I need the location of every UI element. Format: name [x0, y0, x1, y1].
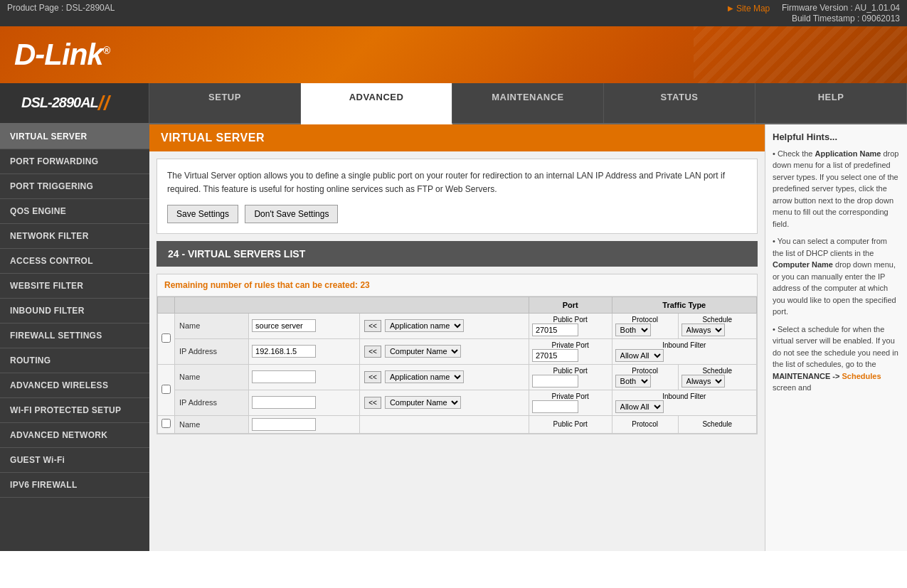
page-description-area: The Virtual Server option allows you to …: [157, 159, 758, 234]
sidebar-item-website-filter[interactable]: WEBSITE FILTER: [0, 274, 149, 299]
row2-computer-arrow-button[interactable]: <<: [364, 397, 381, 409]
tab-advanced[interactable]: ADVANCED: [301, 83, 452, 124]
row3-schedule-cell-stub: Schedule: [678, 415, 756, 433]
row1-computer-name-cell: << Computer Name: [360, 338, 529, 364]
row2-private-port-input[interactable]: [532, 400, 578, 413]
sidebar-item-routing[interactable]: ROUTING: [0, 348, 149, 373]
row1-name-label: Name: [175, 313, 249, 338]
row2-schedule-label: Schedule: [681, 367, 753, 375]
table-row: IP Address << Computer Name Private Port: [158, 390, 757, 415]
row3-name-label: Name: [175, 415, 249, 433]
row1-schedule-select[interactable]: Always: [681, 324, 725, 336]
dont-save-settings-button[interactable]: Don't Save Settings: [245, 205, 338, 223]
row2-ip-input[interactable]: [252, 396, 316, 409]
sidebar-item-network-filter[interactable]: NETWORK FILTER: [0, 224, 149, 249]
sidebar-item-port-forwarding[interactable]: PORT FORWARDING: [0, 149, 149, 174]
table-row: Name Public Port Protocol Schedule: [158, 415, 757, 433]
sidebar-item-access-control[interactable]: ACCESS CONTROL: [0, 249, 149, 274]
row3-public-port-cell: Public Port: [529, 415, 612, 433]
row2-public-port-cell: Public Port: [529, 364, 612, 390]
tab-setup[interactable]: SETUP: [149, 83, 301, 123]
row2-ip-input-cell: [249, 390, 360, 415]
row3-arrow-cell: [360, 415, 529, 433]
row2-checkbox[interactable]: [161, 385, 171, 394]
sidebar-item-qos-engine[interactable]: QOS ENGINE: [0, 199, 149, 224]
col-checkbox: [158, 296, 175, 313]
row2-arrow-button[interactable]: <<: [364, 371, 381, 383]
row1-private-port-input[interactable]: [532, 349, 578, 362]
tab-maintenance[interactable]: MAINTENANCE: [452, 83, 604, 123]
firmware-version: Firmware Version : AU_1.01.04: [782, 3, 900, 13]
table-row: Name << Application name Public Port: [158, 313, 757, 338]
nav-tabs: DSL-2890AL // SETUP ADVANCED MAINTENANCE…: [0, 83, 907, 124]
row2-arrow-btn-cell: << Application name: [360, 364, 529, 390]
tab-status[interactable]: STATUS: [604, 83, 755, 123]
row1-checkbox[interactable]: [161, 333, 171, 343]
build-timestamp: Build Timestamp : 09062013: [792, 14, 900, 23]
row2-protocol-select[interactable]: Both TCP UDP: [615, 375, 651, 387]
row3-public-port-label: Public Port: [532, 420, 609, 428]
row2-inbound-filter-select[interactable]: Allow All: [615, 400, 664, 413]
col-name-header: [175, 296, 529, 313]
row1-schedule-cell: Schedule Always: [678, 313, 756, 338]
row1-name-input-cell: [249, 313, 360, 338]
sidebar: VIRTUAL SERVER PORT FORWARDING PORT TRIG…: [0, 124, 149, 551]
help-hint-1: • Check the Application Name drop down m…: [773, 148, 900, 230]
row1-computer-arrow-button[interactable]: <<: [364, 346, 381, 358]
row1-protocol-label: Protocol: [615, 316, 675, 324]
row2-public-port-input[interactable]: [532, 375, 578, 387]
save-settings-button[interactable]: Save Settings: [167, 205, 238, 223]
row1-inbound-filter-select[interactable]: Allow All: [615, 349, 664, 362]
sidebar-item-wifi-protected-setup[interactable]: WI-FI PROTECTED SETUP: [0, 398, 149, 423]
sidebar-item-advanced-wireless[interactable]: ADVANCED WIRELESS: [0, 373, 149, 398]
row1-schedule-label: Schedule: [681, 316, 753, 324]
table-row: IP Address << Computer Name Private Port: [158, 338, 757, 364]
row1-protocol-select[interactable]: Both TCP UDP: [615, 324, 651, 336]
top-bar: Product Page : DSL-2890AL Site Map Firmw…: [0, 0, 907, 26]
help-hint-3: • Select a schedule for when the virtual…: [773, 324, 900, 394]
row3-name-input[interactable]: [252, 418, 316, 431]
sidebar-item-advanced-network[interactable]: ADVANCED NETWORK: [0, 423, 149, 448]
row2-schedule-select[interactable]: Always: [681, 375, 725, 387]
row3-checkbox[interactable]: [161, 419, 171, 428]
sidebar-item-port-triggering[interactable]: PORT TRIGGERING: [0, 174, 149, 199]
row1-protocol-cell: Protocol Both TCP UDP: [612, 313, 678, 338]
sidebar-item-guest-wifi[interactable]: GUEST Wi-Fi: [0, 448, 149, 473]
row1-arrow-button[interactable]: <<: [364, 320, 381, 332]
sidebar-item-ipv6-firewall[interactable]: IPV6 FIREWALL: [0, 473, 149, 498]
row2-ip-label: IP Address: [175, 390, 249, 415]
sidebar-item-virtual-server[interactable]: VIRTUAL SERVER: [0, 124, 149, 149]
product-label: Product Page : DSL-2890AL: [7, 3, 115, 13]
remaining-rules-text: Remaining number of rules that can be cr…: [157, 274, 757, 296]
row2-name-input[interactable]: [252, 370, 316, 383]
row3-checkbox-cell: [158, 415, 175, 433]
sidebar-item-firewall-settings[interactable]: FIREWALL SETTINGS: [0, 324, 149, 348]
col-traffic-header: Traffic Type: [612, 296, 756, 313]
row1-ip-input[interactable]: [252, 345, 316, 358]
row1-name-input[interactable]: [252, 319, 316, 332]
help-hint-2: • You can select a computer from the lis…: [773, 235, 900, 318]
action-buttons: Save Settings Don't Save Settings: [167, 205, 747, 223]
dlink-logo: D-Link®: [14, 38, 110, 72]
sidebar-item-inbound-filter[interactable]: INBOUND FILTER: [0, 299, 149, 324]
page-description: The Virtual Server option allows you to …: [167, 169, 747, 196]
row1-app-name-select[interactable]: Application name: [385, 319, 464, 332]
row2-app-name-select[interactable]: Application name: [385, 370, 464, 383]
row1-public-port-cell: Public Port: [529, 313, 612, 338]
row3-protocol-cell-stub: Protocol: [612, 415, 678, 433]
row1-computer-name-select[interactable]: Computer Name: [385, 345, 461, 358]
row1-public-port-input[interactable]: [532, 324, 578, 336]
content-area: VIRTUAL SERVER The Virtual Server option…: [149, 124, 765, 551]
schedules-link[interactable]: Schedules: [842, 372, 881, 380]
row2-schedule-cell: Schedule Always: [678, 364, 756, 390]
row2-inbound-filter-cell: Inbound Filter Allow All: [612, 390, 756, 415]
row1-arrow-btn-cell: << Application name: [360, 313, 529, 338]
sitemap-link[interactable]: Site Map: [728, 4, 770, 14]
row2-private-port-label: Private Port: [532, 392, 609, 400]
row1-public-port-label: Public Port: [532, 316, 609, 324]
tab-help[interactable]: HELP: [755, 83, 907, 123]
row1-inbound-filter-cell: Inbound Filter Allow All: [612, 338, 756, 364]
row2-public-port-label: Public Port: [532, 367, 609, 375]
row2-name-label: Name: [175, 364, 249, 390]
row2-computer-name-select[interactable]: Computer Name: [385, 396, 461, 409]
